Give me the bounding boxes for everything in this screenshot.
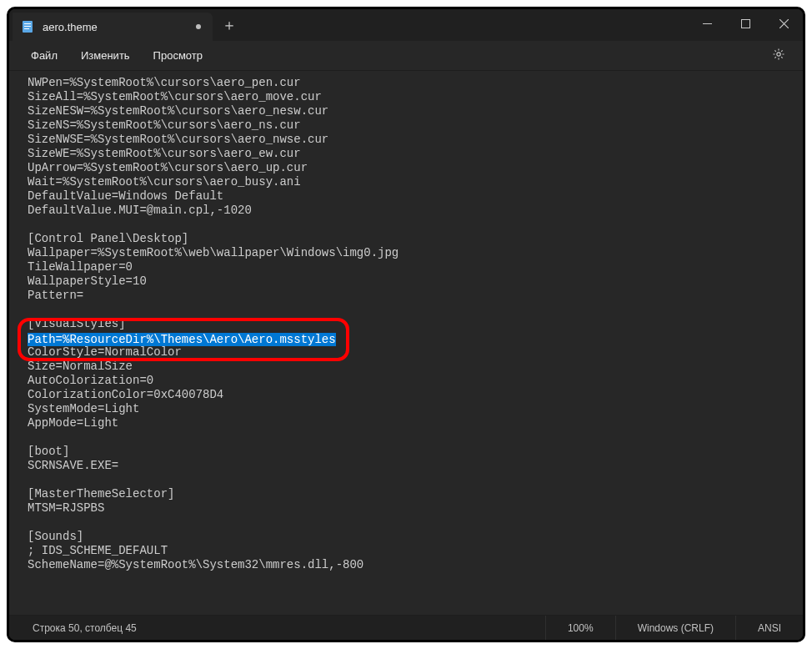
code-line[interactable]: TileWallpaper=0 <box>28 260 803 274</box>
notepad-icon <box>21 20 34 33</box>
tab-title: aero.theme <box>43 21 188 33</box>
gear-icon <box>772 48 785 63</box>
code-line[interactable]: Pattern= <box>28 289 803 303</box>
code-line[interactable]: SCRNSAVE.EXE= <box>28 459 803 473</box>
code-line[interactable] <box>28 473 803 487</box>
code-line[interactable]: Size=NormalSize <box>28 360 803 374</box>
code-line[interactable]: [MasterThemeSelector] <box>28 487 803 501</box>
svg-rect-5 <box>741 19 749 28</box>
code-line[interactable]: ColorizationColor=0xC40078D4 <box>28 388 803 402</box>
code-line[interactable]: Path=%ResourceDir%\Themes\Aero\Aero.msst… <box>28 331 803 345</box>
editor-content[interactable]: NWPen=%SystemRoot%\cursors\aero_pen.curS… <box>9 71 803 615</box>
svg-rect-4 <box>703 23 712 24</box>
code-line[interactable]: [VisualStyles] <box>28 317 803 331</box>
svg-rect-2 <box>24 26 31 27</box>
code-line[interactable]: SizeNESW=%SystemRoot%\cursors\aero_nesw.… <box>28 104 803 118</box>
code-line[interactable]: MTSM=RJSPBS <box>28 501 803 516</box>
code-line[interactable]: Wallpaper=%SystemRoot%\web\wallpaper\Win… <box>28 246 803 260</box>
code-line[interactable]: Wait=%SystemRoot%\cursors\aero_busy.ani <box>28 175 803 189</box>
selected-text[interactable]: Path=%ResourceDir%\Themes\Aero\Aero.msst… <box>28 333 336 346</box>
svg-rect-3 <box>24 28 29 29</box>
menu-view[interactable]: Просмотр <box>142 44 214 67</box>
statusbar: Строка 50, столбец 45 100% Windows (CRLF… <box>9 615 803 640</box>
code-line[interactable]: SizeWE=%SystemRoot%\cursors\aero_ew.cur <box>28 147 803 161</box>
code-line[interactable]: SizeAll=%SystemRoot%\cursors\aero_move.c… <box>28 90 803 104</box>
code-line[interactable]: [boot] <box>28 445 803 459</box>
tab-dirty-indicator <box>196 24 201 29</box>
code-line[interactable]: DefaultValue.MUI=@main.cpl,-1020 <box>28 204 803 218</box>
status-zoom[interactable]: 100% <box>545 616 615 641</box>
status-encoding[interactable]: ANSI <box>735 616 803 641</box>
titlebar: aero.theme ＋ <box>9 9 803 41</box>
svg-point-6 <box>777 53 780 56</box>
code-line[interactable] <box>28 430 803 445</box>
window-controls <box>688 9 803 41</box>
code-line[interactable]: [Control Panel\Desktop] <box>28 232 803 246</box>
code-line[interactable]: SystemMode=Light <box>28 402 803 416</box>
code-line[interactable]: [Sounds] <box>28 530 803 544</box>
code-line[interactable]: SchemeName=@%SystemRoot%\System32\mmres.… <box>28 558 803 572</box>
new-tab-button[interactable]: ＋ <box>213 9 246 41</box>
maximize-button[interactable] <box>726 9 764 38</box>
code-line[interactable]: SizeNWSE=%SystemRoot%\cursors\aero_nwse.… <box>28 133 803 147</box>
code-line[interactable]: ; IDS_SCHEME_DEFAULT <box>28 544 803 558</box>
code-line[interactable]: DefaultValue=Windows Default <box>28 189 803 204</box>
status-eol[interactable]: Windows (CRLF) <box>615 616 735 641</box>
code-line[interactable]: AppMode=Light <box>28 416 803 430</box>
code-line[interactable]: SizeNS=%SystemRoot%\cursors\aero_ns.cur <box>28 118 803 133</box>
minimize-button[interactable] <box>688 9 726 38</box>
close-button[interactable] <box>764 9 803 38</box>
code-line[interactable]: UpArrow=%SystemRoot%\cursors\aero_up.cur <box>28 161 803 175</box>
svg-rect-1 <box>24 23 31 24</box>
app-window: aero.theme ＋ Файл Изменить Просмотр <box>7 7 805 642</box>
code-line[interactable]: WallpaperStyle=10 <box>28 274 803 289</box>
file-tab[interactable]: aero.theme <box>13 13 213 41</box>
menu-file[interactable]: Файл <box>19 44 69 67</box>
code-line[interactable]: AutoColorization=0 <box>28 374 803 388</box>
status-position: Строка 50, столбец 45 <box>9 622 545 634</box>
menu-edit[interactable]: Изменить <box>69 44 142 67</box>
code-line[interactable] <box>28 303 803 317</box>
code-line[interactable] <box>28 516 803 530</box>
code-line[interactable]: NWPen=%SystemRoot%\cursors\aero_pen.cur <box>28 76 803 90</box>
code-line[interactable] <box>28 218 803 232</box>
menubar: Файл Изменить Просмотр <box>9 41 803 71</box>
settings-button[interactable] <box>764 44 793 68</box>
